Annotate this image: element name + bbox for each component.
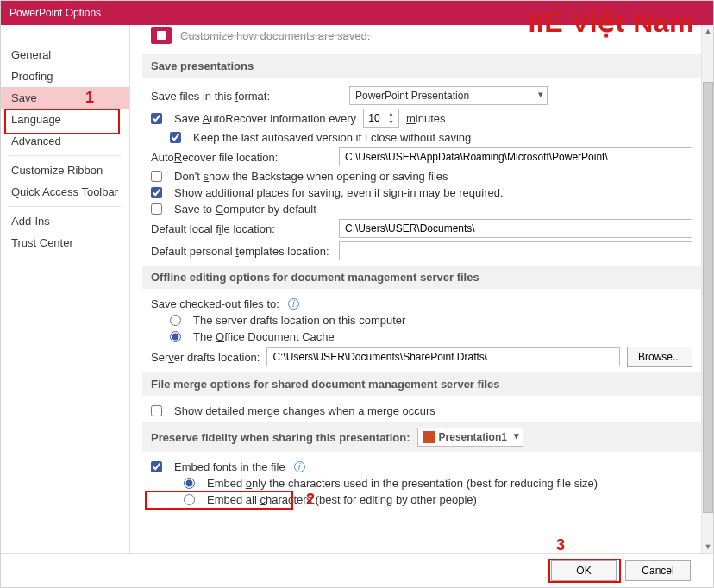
stepper-up-icon[interactable]: ▲ [385,109,397,118]
header-stub: Customize how documents are saved. [142,25,701,51]
section-save-presentations: Save presentations [142,54,701,78]
default-local-file-field[interactable] [339,219,692,238]
keep-last-label: Keep the last autosaved version if I clo… [193,131,471,144]
presentation-selector-value: Presentation1 [439,431,507,443]
save-to-computer-checkbox[interactable] [151,203,162,215]
embed-all-radio[interactable] [184,494,195,505]
save-format-label: Save files in this format: [151,90,270,103]
cancel-button[interactable]: Cancel [625,560,691,581]
minutes-label: minutes [406,112,446,125]
autorecover-location-label: AutoRecover file location: [151,151,332,164]
server-drafts-radio[interactable] [170,315,181,326]
additional-places-label: Show additional places for saving, even … [174,186,504,199]
office-cache-label: The Office Document Cache [193,330,335,343]
sidebar-item-customize-ribbon[interactable]: Customize Ribbon [1,160,129,181]
section-merge: File merge options for shared document m… [142,372,701,396]
autorecover-checkbox[interactable] [151,113,162,124]
server-drafts-location-field[interactable] [266,347,620,366]
stepper-down-icon[interactable]: ▼ [385,118,397,127]
default-templates-field[interactable] [339,241,692,260]
save-format-value: PowerPoint Presentation [355,90,469,102]
checked-out-label: Save checked-out files to: [151,297,279,310]
category-sidebar: General Proofing Save Language Advanced … [1,25,130,553]
autorecover-minutes-stepper[interactable]: ▲▼ [363,109,399,128]
scroll-down-icon[interactable]: ▼ [702,541,713,553]
dont-show-backstage-checkbox[interactable] [151,171,162,182]
presentation-selector-dropdown[interactable]: Presentation1 [417,428,523,447]
sidebar-item-addins[interactable]: Add-Ins [1,210,129,232]
save-format-dropdown[interactable]: PowerPoint Presentation [349,86,548,105]
dialog-footer: 3 OK Cancel [1,553,713,587]
embed-fonts-label: Embed fonts in the file [174,460,285,473]
sidebar-item-general[interactable]: General [1,44,129,66]
sidebar-item-language[interactable]: Language [1,109,129,130]
section-offline: Offline editing options for document man… [142,266,701,289]
scrollbar-thumb[interactable] [703,82,713,513]
embed-only-label: Embed only the characters used in the pr… [207,477,598,490]
embed-fonts-checkbox[interactable] [151,461,162,472]
default-local-file-label: Default local file location: [151,222,332,235]
sidebar-item-trust-center[interactable]: Trust Center [1,232,129,253]
section-preserve: Preserve fidelity when sharing this pres… [142,422,701,452]
vertical-scrollbar[interactable]: ▲ ▼ [701,25,713,553]
merge-detailed-label: Show detailed merge changes when a merge… [174,404,435,417]
embed-all-label: Embed all characters (best for editing b… [207,493,477,506]
autorecover-label: Save AutoRecover information every [174,112,356,125]
office-cache-radio[interactable] [170,331,181,342]
options-content: Customize how documents are saved. Save … [130,25,713,553]
browse-button[interactable]: Browse... [627,347,692,367]
powerpoint-file-icon [423,431,435,443]
merge-detailed-checkbox[interactable] [151,405,162,416]
autorecover-minutes-value[interactable] [364,111,385,125]
sidebar-item-advanced[interactable]: Advanced [1,130,129,152]
scroll-up-icon[interactable]: ▲ [702,25,713,37]
dont-show-backstage-label: Don't show the Backstage when opening or… [174,170,448,183]
save-to-computer-label: Save to Computer by default [174,203,316,216]
server-drafts-location-label: Server drafts location: [151,351,260,364]
ok-button[interactable]: OK [551,560,617,581]
info-icon[interactable]: i [294,461,305,472]
default-templates-label: Default personal templates location: [151,245,332,258]
sidebar-item-proofing[interactable]: Proofing [1,66,129,87]
options-dialog: PowerPoint Options IIE Việt Nam General … [0,0,714,588]
titlebar[interactable]: PowerPoint Options [1,1,713,25]
truncated-header: Customize how documents are saved. [180,29,370,42]
autorecover-location-field[interactable] [339,147,692,166]
sidebar-item-save[interactable]: Save [1,87,129,109]
keep-last-checkbox[interactable] [170,132,181,143]
additional-places-checkbox[interactable] [151,187,162,198]
window-title: PowerPoint Options [9,7,101,19]
server-drafts-label: The server drafts location on this compu… [193,314,405,327]
embed-only-radio[interactable] [184,478,195,489]
sidebar-item-qat[interactable]: Quick Access Toolbar [1,181,129,203]
save-section-icon [151,27,172,44]
info-icon[interactable]: i [288,298,299,310]
